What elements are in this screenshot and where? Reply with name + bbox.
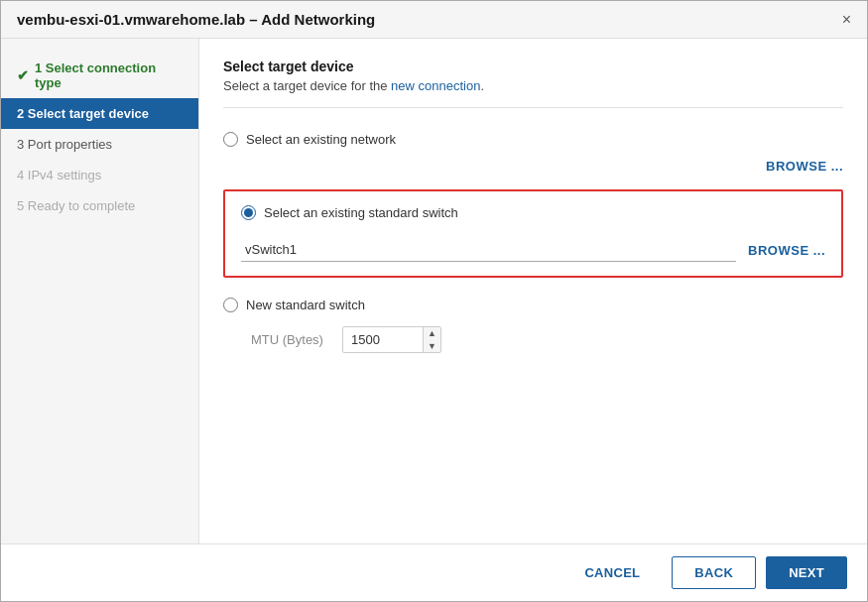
- section-description: Select a target device for the new conne…: [223, 78, 843, 108]
- sidebar-item-step5: 5 Ready to complete: [1, 190, 198, 221]
- next-button[interactable]: NEXT: [766, 556, 847, 589]
- option-existing-switch-label[interactable]: Select an existing standard switch: [264, 205, 458, 220]
- option-new-switch-radio[interactable]: [223, 298, 238, 312]
- mtu-increment-button[interactable]: ▲: [424, 327, 440, 340]
- section-title: Select target device: [223, 59, 843, 74]
- sidebar: ✔ 1 Select connection type 2 Select targ…: [1, 39, 199, 543]
- option-existing-switch-radio[interactable]: [241, 205, 256, 220]
- title-bar: vembu-esxi-01.vmwarehome.lab – Add Netwo…: [1, 1, 867, 39]
- mtu-decrement-button[interactable]: ▼: [424, 340, 440, 353]
- checkmark-icon: ✔: [17, 67, 29, 83]
- mtu-input[interactable]: [343, 328, 423, 351]
- new-connection-link[interactable]: new connection: [391, 78, 480, 93]
- sidebar-item-step2[interactable]: 2 Select target device: [1, 98, 198, 129]
- browse-network-button[interactable]: BROWSE ...: [766, 159, 843, 174]
- highlighted-switch-box: Select an existing standard switch BROWS…: [223, 189, 843, 278]
- browse-switch-button[interactable]: BROWSE ...: [748, 243, 825, 258]
- switch-input-row: BROWSE ...: [241, 238, 825, 262]
- sidebar-item-step1[interactable]: ✔ 1 Select connection type: [1, 53, 198, 98]
- option-existing-network-label[interactable]: Select an existing network: [246, 132, 396, 147]
- close-button[interactable]: ×: [842, 12, 851, 28]
- option-existing-switch-row: Select an existing standard switch: [241, 205, 825, 228]
- mtu-row: MTU (Bytes) ▲ ▼: [251, 326, 843, 353]
- option-existing-network-row: Select an existing network: [223, 124, 843, 155]
- option-existing-network-radio[interactable]: [223, 132, 238, 147]
- option-new-switch-label[interactable]: New standard switch: [246, 298, 365, 312]
- mtu-spinner: ▲ ▼: [423, 327, 440, 352]
- sidebar-item-step3[interactable]: 3 Port properties: [1, 129, 198, 160]
- option-new-switch-row: New standard switch: [223, 290, 843, 320]
- footer: CANCEL BACK NEXT: [1, 543, 867, 601]
- back-button[interactable]: BACK: [672, 556, 756, 589]
- mtu-input-wrapper: ▲ ▼: [342, 326, 441, 353]
- dialog-title: vembu-esxi-01.vmwarehome.lab – Add Netwo…: [17, 11, 375, 28]
- mtu-label: MTU (Bytes): [251, 332, 330, 347]
- sidebar-item-step4: 4 IPv4 settings: [1, 160, 198, 190]
- add-networking-dialog: vembu-esxi-01.vmwarehome.lab – Add Netwo…: [0, 0, 868, 602]
- content-area: ✔ 1 Select connection type 2 Select targ…: [1, 39, 867, 543]
- main-content: Select target device Select a target dev…: [199, 39, 867, 543]
- cancel-button[interactable]: CANCEL: [562, 557, 662, 588]
- switch-name-input[interactable]: [241, 238, 736, 262]
- browse-network-row: BROWSE ...: [223, 155, 843, 181]
